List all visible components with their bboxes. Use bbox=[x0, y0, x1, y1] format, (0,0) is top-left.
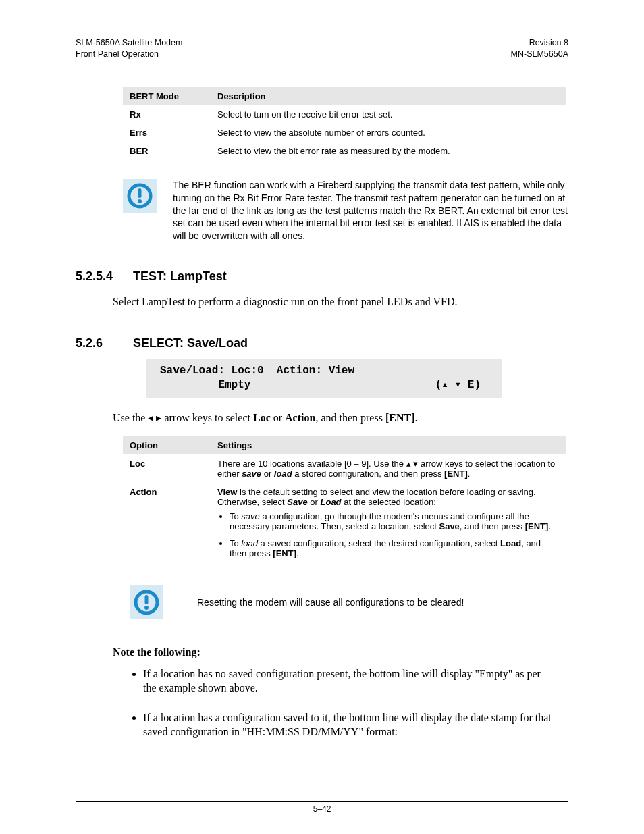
section-heading-lamptest: 5.2.5.4 TEST: LampTest bbox=[76, 269, 568, 284]
section-number: 5.2.5.4 bbox=[76, 269, 130, 284]
settings-header: Settings bbox=[211, 436, 566, 454]
text-bold-italic: Save bbox=[287, 497, 307, 507]
text-fragment: . bbox=[296, 548, 299, 558]
table-row: Action View is the default setting to se… bbox=[123, 483, 566, 569]
text-fragment: arrow keys to select bbox=[161, 412, 253, 423]
text-fragment: . bbox=[548, 521, 551, 531]
svg-point-5 bbox=[144, 606, 149, 610]
option-header: Option bbox=[123, 436, 211, 454]
text-fragment: at the selected location: bbox=[342, 497, 436, 507]
text-bold: View bbox=[217, 487, 237, 497]
alert-icon bbox=[130, 585, 163, 619]
section-heading-saveload: 5.2.6 SELECT: Save/Load bbox=[76, 336, 568, 350]
svg-point-2 bbox=[138, 199, 142, 203]
triangle-up-icon bbox=[441, 379, 448, 391]
header-section: Front Panel Operation bbox=[76, 49, 182, 60]
text-fragment: . bbox=[468, 469, 471, 479]
lcd-text: Save/Load: Loc:0 Action: View bbox=[160, 364, 354, 379]
description-cell: Select to turn on the receive bit error … bbox=[211, 105, 566, 124]
text-fragment: Use the bbox=[113, 412, 148, 423]
text-bold: [ENT] bbox=[444, 469, 468, 479]
note-following-heading: Note the following: bbox=[113, 646, 568, 658]
triangle-left-icon bbox=[148, 412, 153, 423]
text-italic: save bbox=[241, 511, 259, 521]
description-cell: Select to view the bit error rate as mea… bbox=[211, 142, 566, 160]
text-bold: Save bbox=[439, 521, 459, 531]
text-fragment: or bbox=[261, 469, 274, 479]
text-bold: [ENT] bbox=[525, 521, 549, 531]
description-cell: Select to view the absolute number of er… bbox=[211, 124, 566, 142]
settings-sublist: To save a configuration, go through the … bbox=[230, 511, 560, 558]
text-bold: Load bbox=[500, 538, 521, 548]
text-bold-italic: load bbox=[274, 469, 292, 479]
table-row: Loc There are 10 locations available [0 … bbox=[123, 454, 566, 483]
document-page: SLM-5650A Satellite Modem Front Panel Op… bbox=[0, 0, 644, 834]
list-item: To load a saved configuration, select th… bbox=[230, 538, 560, 558]
section-number: 5.2.6 bbox=[76, 336, 130, 350]
settings-cell: View is the default setting to select an… bbox=[211, 483, 566, 569]
note-block: The BER function can work with a Fireber… bbox=[123, 179, 568, 242]
header-product: SLM-5650A Satellite Modem bbox=[76, 37, 182, 49]
text-bold: [ENT] bbox=[273, 548, 296, 558]
bert-mode-cell: Rx bbox=[123, 105, 211, 124]
table-row: Errs Select to view the absolute number … bbox=[123, 124, 566, 142]
text-bold: Loc bbox=[253, 412, 271, 423]
lcd-line-1: Save/Load: Loc:0 Action: View bbox=[160, 364, 481, 379]
triangle-down-icon bbox=[455, 379, 462, 391]
text-fragment: or bbox=[271, 412, 285, 423]
text-fragment: To bbox=[230, 511, 241, 521]
note-block-reset: Resetting the modem will cause all confi… bbox=[130, 585, 568, 619]
settings-table: Option Settings Loc There are 10 locatio… bbox=[123, 436, 566, 569]
lcd-display: Save/Load: Loc:0 Action: View Empty ( E) bbox=[146, 359, 502, 398]
list-item: If a location has a configuration saved … bbox=[143, 710, 555, 739]
text-fragment: , and then press bbox=[460, 521, 525, 531]
text-fragment: or bbox=[308, 497, 321, 507]
text-bold: Action bbox=[285, 412, 315, 423]
text-bold: [ENT] bbox=[385, 412, 415, 423]
alert-icon bbox=[123, 179, 157, 213]
lcd-text: Empty bbox=[160, 378, 250, 393]
text-fragment: a stored configuration, and then press bbox=[292, 469, 444, 479]
text-fragment: There are 10 locations available [0 – 9]… bbox=[217, 459, 406, 469]
bert-mode-cell: BER bbox=[123, 142, 211, 160]
text-italic: load bbox=[241, 538, 258, 548]
header-revision: Revision 8 bbox=[511, 37, 568, 49]
page-number: 5–42 bbox=[313, 804, 331, 814]
text-fragment: a saved configuration, select the desire… bbox=[258, 538, 500, 548]
description-header: Description bbox=[211, 87, 566, 105]
settings-paragraph: View is the default setting to select an… bbox=[217, 487, 560, 507]
lcd-hint-suffix: E) bbox=[468, 379, 481, 391]
note-text: The BER function can work with a Fireber… bbox=[173, 179, 568, 242]
list-item: To save a configuration, go through the … bbox=[230, 511, 560, 531]
header-docnum: MN-SLM5650A bbox=[511, 49, 568, 60]
list-item: If a location has no saved configuration… bbox=[143, 667, 555, 696]
bert-mode-header: BERT Mode bbox=[123, 87, 211, 105]
option-cell: Action bbox=[123, 483, 211, 569]
option-cell: Loc bbox=[123, 454, 211, 483]
svg-rect-4 bbox=[145, 595, 149, 604]
lcd-hint: ( E) bbox=[435, 378, 481, 393]
settings-cell: There are 10 locations available [0 – 9]… bbox=[211, 454, 566, 483]
table-row: BER Select to view the bit error rate as… bbox=[123, 142, 566, 160]
header-right: Revision 8 MN-SLM5650A bbox=[511, 37, 568, 60]
page-header: SLM-5650A Satellite Modem Front Panel Op… bbox=[76, 37, 568, 60]
section-title: SELECT: Save/Load bbox=[133, 336, 248, 350]
note-text: Resetting the modem will cause all confi… bbox=[197, 597, 464, 608]
text-fragment: , and then press bbox=[315, 412, 385, 423]
text-fragment: . bbox=[414, 412, 417, 423]
text-bold-italic: save bbox=[242, 469, 261, 479]
bert-mode-table: BERT Mode Description Rx Select to turn … bbox=[123, 87, 566, 160]
note-following-list: If a location has no saved configuration… bbox=[143, 667, 555, 739]
table-header-row: BERT Mode Description bbox=[123, 87, 566, 105]
section-title: TEST: LampTest bbox=[133, 269, 227, 283]
lcd-line-2: Empty ( E) bbox=[160, 378, 481, 393]
table-row: Rx Select to turn on the receive bit err… bbox=[123, 105, 566, 124]
text-fragment: To bbox=[230, 538, 241, 548]
triangle-up-icon bbox=[406, 459, 411, 469]
section-body: Select LampTest to perform a diagnostic … bbox=[113, 294, 568, 309]
page-footer: 5–42 bbox=[76, 801, 568, 814]
instruction-text: Use the arrow keys to select Loc or Acti… bbox=[113, 411, 568, 425]
header-left: SLM-5650A Satellite Modem Front Panel Op… bbox=[76, 37, 182, 60]
bert-mode-cell: Errs bbox=[123, 124, 211, 142]
text-bold-italic: Load bbox=[321, 497, 342, 507]
